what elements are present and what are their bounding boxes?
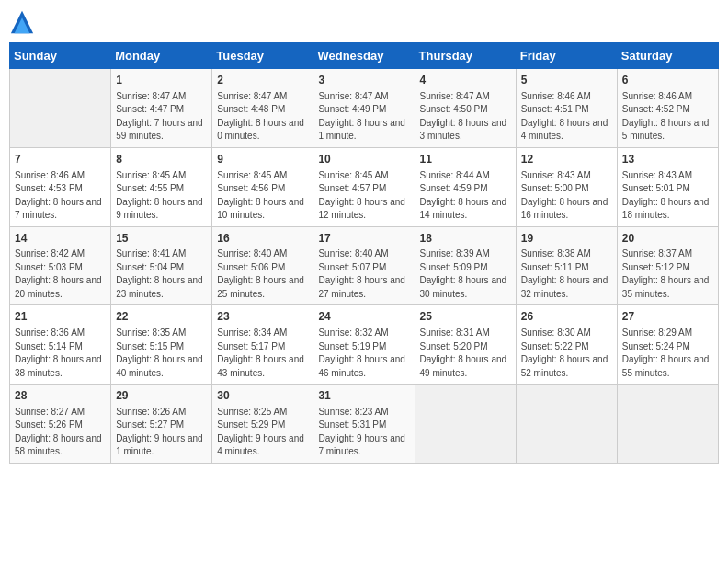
calendar-cell: 22Sunrise: 8:35 AMSunset: 5:15 PMDayligh… bbox=[111, 305, 212, 385]
cell-details: Sunrise: 8:45 AMSunset: 4:57 PMDaylight:… bbox=[318, 169, 409, 223]
calendar-cell: 21Sunrise: 8:36 AMSunset: 5:14 PMDayligh… bbox=[10, 305, 111, 385]
day-number: 15 bbox=[116, 231, 207, 247]
calendar-cell: 11Sunrise: 8:44 AMSunset: 4:59 PMDayligh… bbox=[415, 147, 516, 226]
calendar-cell: 13Sunrise: 8:43 AMSunset: 5:01 PMDayligh… bbox=[617, 147, 718, 226]
calendar-cell bbox=[415, 385, 516, 464]
calendar-cell: 9Sunrise: 8:45 AMSunset: 4:56 PMDaylight… bbox=[212, 147, 313, 226]
calendar-cell: 7Sunrise: 8:46 AMSunset: 4:53 PMDaylight… bbox=[10, 147, 111, 226]
calendar-cell bbox=[10, 69, 111, 148]
cell-details: Sunrise: 8:47 AMSunset: 4:49 PMDaylight:… bbox=[318, 90, 409, 144]
calendar-cell: 16Sunrise: 8:40 AMSunset: 5:06 PMDayligh… bbox=[212, 226, 313, 305]
calendar-cell: 15Sunrise: 8:41 AMSunset: 5:04 PMDayligh… bbox=[111, 226, 212, 305]
calendar-cell: 23Sunrise: 8:34 AMSunset: 5:17 PMDayligh… bbox=[212, 305, 313, 385]
header-row: SundayMondayTuesdayWednesdayThursdayFrid… bbox=[10, 43, 719, 69]
cell-details: Sunrise: 8:34 AMSunset: 5:17 PMDaylight:… bbox=[217, 327, 308, 380]
calendar-cell: 3Sunrise: 8:47 AMSunset: 4:49 PMDaylight… bbox=[313, 69, 415, 148]
day-number: 10 bbox=[318, 152, 409, 167]
cell-details: Sunrise: 8:38 AMSunset: 5:11 PMDaylight:… bbox=[521, 247, 612, 301]
cell-details: Sunrise: 8:45 AMSunset: 4:56 PMDaylight:… bbox=[217, 169, 308, 223]
day-number: 2 bbox=[217, 73, 308, 88]
calendar-body: 1Sunrise: 8:47 AMSunset: 4:47 PMDaylight… bbox=[10, 69, 719, 464]
calendar-cell: 17Sunrise: 8:40 AMSunset: 5:07 PMDayligh… bbox=[313, 226, 415, 305]
day-number: 12 bbox=[521, 152, 612, 167]
calendar-cell: 6Sunrise: 8:46 AMSunset: 4:52 PMDaylight… bbox=[617, 69, 718, 148]
day-number: 18 bbox=[420, 231, 511, 247]
calendar-cell: 25Sunrise: 8:31 AMSunset: 5:20 PMDayligh… bbox=[415, 305, 516, 385]
calendar-cell: 18Sunrise: 8:39 AMSunset: 5:09 PMDayligh… bbox=[415, 226, 516, 305]
cell-details: Sunrise: 8:47 AMSunset: 4:50 PMDaylight:… bbox=[420, 90, 511, 144]
cell-details: Sunrise: 8:43 AMSunset: 5:01 PMDaylight:… bbox=[622, 169, 713, 223]
cell-details: Sunrise: 8:36 AMSunset: 5:14 PMDaylight:… bbox=[15, 327, 106, 380]
calendar-cell: 14Sunrise: 8:42 AMSunset: 5:03 PMDayligh… bbox=[10, 226, 111, 305]
day-number: 29 bbox=[116, 388, 207, 404]
calendar-cell: 12Sunrise: 8:43 AMSunset: 5:00 PMDayligh… bbox=[516, 147, 617, 226]
calendar-table: SundayMondayTuesdayWednesdayThursdayFrid… bbox=[9, 42, 719, 464]
day-number: 1 bbox=[116, 73, 207, 88]
day-number: 26 bbox=[521, 309, 612, 325]
day-number: 4 bbox=[420, 73, 511, 88]
calendar-cell: 24Sunrise: 8:32 AMSunset: 5:19 PMDayligh… bbox=[313, 305, 415, 385]
header-day-sunday: Sunday bbox=[10, 43, 111, 69]
day-number: 21 bbox=[15, 309, 106, 325]
header-day-thursday: Thursday bbox=[415, 43, 516, 69]
day-number: 19 bbox=[521, 231, 612, 247]
day-number: 20 bbox=[622, 231, 713, 247]
day-number: 8 bbox=[116, 152, 207, 167]
cell-details: Sunrise: 8:46 AMSunset: 4:52 PMDaylight:… bbox=[622, 90, 713, 144]
cell-details: Sunrise: 8:40 AMSunset: 5:06 PMDaylight:… bbox=[217, 247, 308, 301]
week-row-3: 14Sunrise: 8:42 AMSunset: 5:03 PMDayligh… bbox=[10, 226, 719, 305]
calendar-cell: 31Sunrise: 8:23 AMSunset: 5:31 PMDayligh… bbox=[313, 385, 415, 464]
week-row-2: 7Sunrise: 8:46 AMSunset: 4:53 PMDaylight… bbox=[10, 147, 719, 226]
cell-details: Sunrise: 8:26 AMSunset: 5:27 PMDaylight:… bbox=[116, 406, 207, 459]
week-row-1: 1Sunrise: 8:47 AMSunset: 4:47 PMDaylight… bbox=[10, 69, 719, 148]
cell-details: Sunrise: 8:42 AMSunset: 5:03 PMDaylight:… bbox=[15, 247, 106, 301]
day-number: 22 bbox=[116, 309, 207, 325]
day-number: 24 bbox=[318, 309, 409, 325]
day-number: 3 bbox=[318, 73, 409, 88]
week-row-5: 28Sunrise: 8:27 AMSunset: 5:26 PMDayligh… bbox=[10, 385, 719, 464]
day-number: 27 bbox=[622, 309, 713, 325]
day-number: 6 bbox=[622, 73, 713, 88]
cell-details: Sunrise: 8:30 AMSunset: 5:22 PMDaylight:… bbox=[521, 327, 612, 380]
cell-details: Sunrise: 8:43 AMSunset: 5:00 PMDaylight:… bbox=[521, 169, 612, 223]
header-day-monday: Monday bbox=[111, 43, 212, 69]
calendar-cell: 8Sunrise: 8:45 AMSunset: 4:55 PMDaylight… bbox=[111, 147, 212, 226]
cell-details: Sunrise: 8:23 AMSunset: 5:31 PMDaylight:… bbox=[318, 406, 409, 459]
calendar-header: SundayMondayTuesdayWednesdayThursdayFrid… bbox=[10, 43, 719, 69]
day-number: 9 bbox=[217, 152, 308, 167]
header-day-wednesday: Wednesday bbox=[313, 43, 415, 69]
calendar-cell: 10Sunrise: 8:45 AMSunset: 4:57 PMDayligh… bbox=[313, 147, 415, 226]
cell-details: Sunrise: 8:46 AMSunset: 4:51 PMDaylight:… bbox=[521, 90, 612, 144]
calendar-cell: 1Sunrise: 8:47 AMSunset: 4:47 PMDaylight… bbox=[111, 69, 212, 148]
cell-details: Sunrise: 8:40 AMSunset: 5:07 PMDaylight:… bbox=[318, 247, 409, 301]
calendar-cell: 29Sunrise: 8:26 AMSunset: 5:27 PMDayligh… bbox=[111, 385, 212, 464]
cell-details: Sunrise: 8:39 AMSunset: 5:09 PMDaylight:… bbox=[420, 247, 511, 301]
logo bbox=[9, 9, 39, 35]
calendar-cell: 19Sunrise: 8:38 AMSunset: 5:11 PMDayligh… bbox=[516, 226, 617, 305]
calendar-cell: 27Sunrise: 8:29 AMSunset: 5:24 PMDayligh… bbox=[617, 305, 718, 385]
header-day-tuesday: Tuesday bbox=[212, 43, 313, 69]
day-number: 5 bbox=[521, 73, 612, 88]
calendar-cell bbox=[617, 385, 718, 464]
cell-details: Sunrise: 8:46 AMSunset: 4:53 PMDaylight:… bbox=[15, 169, 106, 223]
cell-details: Sunrise: 8:32 AMSunset: 5:19 PMDaylight:… bbox=[318, 327, 409, 380]
cell-details: Sunrise: 8:45 AMSunset: 4:55 PMDaylight:… bbox=[116, 169, 207, 223]
cell-details: Sunrise: 8:35 AMSunset: 5:15 PMDaylight:… bbox=[116, 327, 207, 380]
day-number: 13 bbox=[622, 152, 713, 167]
logo-icon bbox=[9, 9, 35, 35]
calendar-cell: 5Sunrise: 8:46 AMSunset: 4:51 PMDaylight… bbox=[516, 69, 617, 148]
header-day-friday: Friday bbox=[516, 43, 617, 69]
calendar-cell: 28Sunrise: 8:27 AMSunset: 5:26 PMDayligh… bbox=[10, 385, 111, 464]
calendar-cell: 20Sunrise: 8:37 AMSunset: 5:12 PMDayligh… bbox=[617, 226, 718, 305]
day-number: 30 bbox=[217, 388, 308, 404]
day-number: 16 bbox=[217, 231, 308, 247]
header-day-saturday: Saturday bbox=[617, 43, 718, 69]
day-number: 11 bbox=[420, 152, 511, 167]
page-header bbox=[9, 9, 719, 35]
week-row-4: 21Sunrise: 8:36 AMSunset: 5:14 PMDayligh… bbox=[10, 305, 719, 385]
calendar-cell bbox=[516, 385, 617, 464]
day-number: 25 bbox=[420, 309, 511, 325]
cell-details: Sunrise: 8:47 AMSunset: 4:47 PMDaylight:… bbox=[116, 90, 207, 144]
cell-details: Sunrise: 8:29 AMSunset: 5:24 PMDaylight:… bbox=[622, 327, 713, 380]
day-number: 7 bbox=[15, 152, 106, 167]
